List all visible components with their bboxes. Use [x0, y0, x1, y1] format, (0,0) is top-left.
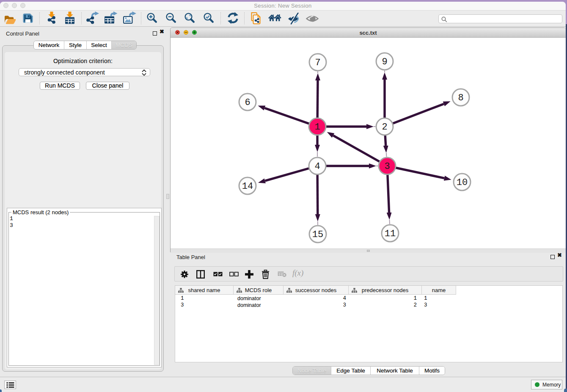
svg-text:2: 2 [382, 122, 387, 133]
svg-text:7: 7 [315, 58, 320, 68]
svg-text:6: 6 [245, 97, 250, 108]
svg-text:10: 10 [457, 177, 468, 188]
svg-text:14: 14 [242, 181, 253, 192]
svg-text:4: 4 [314, 161, 320, 172]
svg-text:15: 15 [312, 229, 323, 240]
svg-text:8: 8 [458, 93, 463, 103]
svg-text:9: 9 [382, 57, 387, 67]
svg-text:1: 1 [314, 122, 320, 133]
svg-text:3: 3 [384, 161, 390, 172]
svg-text:11: 11 [385, 229, 396, 239]
